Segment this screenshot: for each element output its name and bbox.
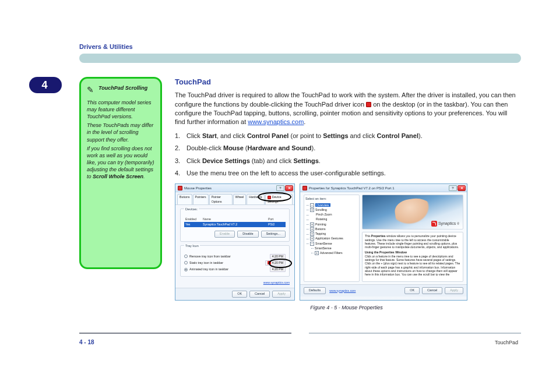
tree-rotating[interactable]: Rotating — [310, 217, 358, 222]
device-row-selected[interactable]: YesSynaptics TouchPad V7.2PS/2 — [184, 222, 286, 227]
enable-button[interactable]: Enable — [214, 231, 235, 238]
main-heading: TouchPad — [175, 77, 518, 87]
tree-pinch[interactable]: Pinch Zoom — [310, 213, 358, 217]
dialog-title: Properties for Synaptics TouchPad V7.2 o… — [309, 186, 395, 190]
titlebar[interactable]: Mouse Properties ? ✕ — [175, 184, 294, 192]
section-header: Drivers & Utilities — [79, 43, 133, 50]
settings-button[interactable]: Settings... — [261, 231, 286, 238]
cancel-button[interactable]: Cancel — [422, 287, 442, 294]
tree-appgestures[interactable]: +Application Gestures — [310, 236, 358, 241]
tray-icon-group: Tray Icon Remove tray icon from taskbar … — [180, 245, 290, 277]
step-1: 1. Click Start, and click Control Panel … — [175, 132, 518, 140]
step-2: 2. Double-click Mouse (Hardware and Soun… — [175, 144, 518, 153]
step-4: 4. Use the menu tree on the left to acce… — [175, 169, 518, 178]
figure-caption: Figure 4 - 5 - Mouse Properties — [175, 304, 518, 312]
close-button[interactable]: ✕ — [458, 185, 466, 191]
note-p3: If you find scrolling does not work as w… — [87, 145, 154, 181]
description-panel: This Properties window allows you to per… — [362, 232, 463, 282]
mouse-icon — [178, 186, 182, 190]
cancel-button[interactable]: Cancel — [249, 291, 270, 298]
note-p1: This computer model series may feature d… — [87, 99, 154, 120]
tab-wheel[interactable]: Wheel — [233, 194, 247, 204]
tree-pointing[interactable]: +Pointing — [310, 222, 358, 227]
expand-icon[interactable]: + — [310, 232, 314, 236]
apply-button[interactable]: Apply — [445, 287, 463, 294]
step-3: 3. Click Device Settings (tab) and click… — [175, 157, 518, 165]
select-item-label: Select an item: — [305, 197, 358, 202]
tree-overview[interactable]: −Overview — [310, 203, 358, 207]
help-button[interactable]: ? — [276, 185, 284, 191]
tray-red-icon — [268, 261, 271, 264]
synaptics-link[interactable]: www.synaptics.com — [329, 289, 356, 293]
titlebar[interactable]: Properties for Synaptics TouchPad V7.2 o… — [300, 184, 467, 192]
expand-icon[interactable]: + — [315, 251, 319, 255]
expand-icon[interactable]: + — [310, 236, 314, 241]
help-button[interactable]: ? — [449, 185, 457, 191]
ok-button[interactable]: OK — [232, 291, 247, 298]
hand-illustration — [393, 196, 435, 229]
apply-button[interactable]: Apply — [272, 291, 291, 298]
tree-tapping[interactable]: +Tapping — [310, 232, 358, 236]
expand-icon[interactable]: + — [310, 208, 314, 212]
tree-smartsense[interactable]: −SmartSense SmartSense +Advanced Filters — [310, 241, 358, 256]
tree-scrolling[interactable]: +Scrolling — [310, 207, 358, 212]
devices-label: Devices: — [184, 207, 199, 211]
expand-icon[interactable]: − — [310, 242, 314, 246]
footer-rule — [79, 333, 521, 334]
radio-icon[interactable] — [184, 268, 188, 271]
radio-icon[interactable] — [184, 255, 188, 258]
page-number: 4 - 18 — [79, 339, 94, 345]
synaptics-brand: Synaptics® — [431, 221, 459, 227]
defaults-button[interactable]: Defaults — [304, 287, 326, 294]
synaptics-logo-icon — [431, 221, 437, 227]
tab-device-settings[interactable]: Device Settings — [265, 194, 293, 204]
header-bar — [79, 54, 521, 63]
devices-group: Devices: EnabledNamePort YesSynaptics To… — [180, 209, 290, 242]
close-button[interactable]: ✕ — [285, 185, 293, 191]
synaptics-link[interactable]: www.synaptics.com — [248, 118, 304, 125]
chapter-badge: 4 — [29, 77, 62, 93]
disable-button[interactable]: Disable — [237, 231, 258, 238]
feature-tree: Select an item: −Overview +Scrolling Pin… — [304, 195, 360, 282]
synaptics-tab-icon — [268, 196, 271, 199]
hero-image: Synaptics® — [362, 195, 463, 229]
note-box: ✎ TouchPad Scrolling This computer model… — [79, 77, 162, 269]
device-list-header: EnabledNamePort — [184, 217, 286, 222]
tree-smartsense-sub[interactable]: SmartSense — [315, 246, 358, 250]
tray-opt-animated[interactable]: Animated tray icon in taskbar 4:20 PM — [184, 266, 286, 273]
note-p2: These TouchPads may differ in the level … — [87, 122, 154, 143]
expand-icon[interactable]: + — [310, 227, 314, 231]
tray-opt-remove[interactable]: Remove tray icon from taskbar 4:20 PM — [184, 253, 286, 260]
tab-pointer-options[interactable]: Pointer Options — [209, 194, 233, 204]
footer-topic: TouchPad — [495, 340, 518, 345]
note-title: TouchPad Scrolling — [98, 84, 147, 91]
mouse-properties-dialog: Mouse Properties ? ✕ Buttons Pointers Po… — [175, 183, 295, 300]
tree-buttons[interactable]: +Buttons — [310, 227, 358, 231]
tab-hardware[interactable]: Hardware — [247, 194, 265, 204]
tray-opt-static[interactable]: Static tray icon in taskbar 4:20 PM — [184, 260, 286, 266]
chapter-number: 4 — [41, 79, 47, 91]
tray-redicon-inline — [366, 102, 371, 107]
expand-icon[interactable]: + — [310, 223, 314, 227]
dialog-title: Mouse Properties — [184, 186, 212, 190]
synaptics-icon — [302, 186, 307, 190]
tray-label: Tray Icon — [184, 244, 200, 248]
tabs: Buttons Pointers Pointer Options Wheel H… — [175, 192, 294, 205]
tree-advfilters[interactable]: +Advanced Filters — [315, 250, 358, 255]
ok-button[interactable]: OK — [404, 287, 420, 294]
radio-icon[interactable] — [184, 261, 188, 264]
tab-buttons[interactable]: Buttons — [177, 194, 192, 204]
synaptics-link[interactable]: www.synaptics.com — [263, 281, 290, 284]
pen-icon: ✎ — [87, 84, 95, 96]
synaptics-properties-dialog: Properties for Synaptics TouchPad V7.2 o… — [300, 183, 467, 300]
expand-icon[interactable]: − — [310, 203, 314, 207]
intro-paragraph: The TouchPad driver is required to allow… — [175, 91, 518, 127]
tab-pointers[interactable]: Pointers — [193, 194, 209, 204]
